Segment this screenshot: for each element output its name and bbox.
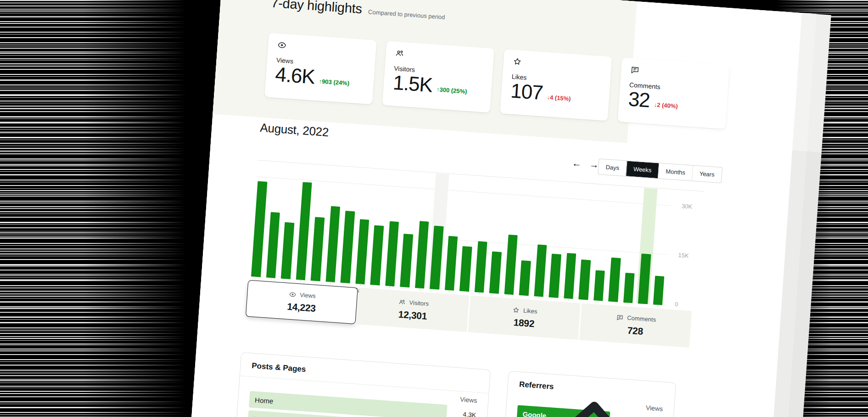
- chart-bar[interactable]: [474, 241, 487, 293]
- highlight-card-value: 1.5K: [392, 73, 433, 96]
- star-icon: [512, 57, 522, 67]
- chart-bar[interactable]: [444, 236, 458, 291]
- posts-pages-title: Posts & Pages: [252, 361, 479, 386]
- summary-tab-visitors[interactable]: Visitors12,301: [357, 287, 469, 332]
- chevron-up-icon: [548, 373, 639, 417]
- range-tab-days[interactable]: Days: [598, 159, 627, 176]
- highlight-card-value: 4.6K: [274, 64, 315, 88]
- summary-tab-value: 12,301: [398, 309, 427, 321]
- highlight-card-likes: Likes107↓4 (15%): [500, 49, 612, 121]
- ytick-30k: 30K: [681, 203, 692, 210]
- ytick-15k: 15K: [678, 252, 689, 259]
- highlight-card-visitors: Visitors1.5K↑300 (25%): [382, 41, 494, 113]
- chart-bar[interactable]: [281, 222, 294, 279]
- summary-tab-label: Comments: [627, 314, 656, 323]
- chart-bar[interactable]: [266, 212, 280, 278]
- x-tick: [330, 282, 330, 284]
- summary-tab-label: Views: [300, 291, 316, 299]
- highlight-card-views: Views4.6K↑903 (24%): [264, 33, 376, 104]
- chart-bar[interactable]: [325, 206, 340, 282]
- people-icon: [395, 49, 404, 58]
- chart-bar[interactable]: [578, 259, 591, 300]
- period-nav: ← →: [571, 158, 599, 169]
- people-icon: [398, 298, 406, 306]
- chart-bar[interactable]: [415, 221, 429, 288]
- list-row-label: Google: [514, 371, 639, 417]
- x-tick: [538, 296, 539, 299]
- x-tick: [449, 290, 449, 292]
- chart-bar[interactable]: [459, 246, 472, 292]
- torn-edge-left: [0, 0, 197, 417]
- summary-tab-comments[interactable]: Comments728: [579, 303, 692, 348]
- next-period-button[interactable]: →: [589, 159, 599, 169]
- ytick-0: 0: [675, 300, 678, 307]
- summary-tab-value: 1892: [513, 317, 535, 329]
- x-tick: [420, 288, 420, 290]
- chart-bar[interactable]: [519, 260, 531, 296]
- x-tick: [360, 284, 360, 286]
- chart-bar[interactable]: [564, 253, 576, 299]
- chart-bar[interactable]: [251, 181, 267, 277]
- list-row-label: Home: [249, 395, 274, 405]
- range-tab-months[interactable]: Months: [658, 163, 693, 180]
- chart-bar[interactable]: [355, 219, 369, 284]
- eye-icon: [289, 290, 297, 298]
- chart-bar[interactable]: [594, 270, 605, 301]
- chart-bar[interactable]: [385, 221, 399, 287]
- summary-tab-label-row: Views: [289, 290, 316, 299]
- x-tick: [479, 292, 479, 294]
- x-tick: [598, 300, 599, 303]
- stage: 7-day highlights Compared to previous pe…: [0, 0, 868, 417]
- summary-tab-label: Likes: [523, 307, 538, 315]
- chart-bar[interactable]: [623, 273, 634, 303]
- highlights-title: 7-day highlights: [271, 0, 363, 17]
- summary-tab-label-row: Comments: [616, 313, 656, 323]
- comment-icon: [616, 313, 624, 321]
- chart-bar[interactable]: [608, 258, 621, 302]
- period-title: August, 2022: [260, 121, 329, 140]
- summary-tab-value: 14,223: [287, 301, 316, 314]
- x-tick: [509, 294, 509, 296]
- chart-bar[interactable]: [296, 182, 312, 280]
- summary-tab-label: Visitors: [409, 299, 429, 307]
- chart-bar[interactable]: [489, 251, 502, 293]
- list-row-views-value: 4.3K: [450, 410, 476, 417]
- chart-bar[interactable]: [311, 217, 325, 281]
- star-icon: [512, 306, 520, 314]
- x-tick: [568, 298, 569, 300]
- summary-tab-label-row: Likes: [512, 306, 538, 315]
- highlight-card-trend: ↓2 (40%): [654, 101, 678, 113]
- range-tab-weeks[interactable]: Weeks: [626, 161, 659, 178]
- summary-tab-value: 728: [627, 325, 644, 337]
- summary-tab-label-row: Visitors: [398, 298, 429, 308]
- highlight-card-value: 107: [510, 80, 543, 103]
- chart-bar[interactable]: [341, 211, 355, 283]
- highlights-subtitle: Compared to previous period: [368, 8, 445, 21]
- highlight-card-comments: Comments32↓2 (40%): [617, 57, 729, 129]
- summary-tab-likes[interactable]: Likes1892: [468, 295, 581, 340]
- summary-tab-views[interactable]: Views14,223: [246, 280, 358, 324]
- gridline-30k: [257, 176, 671, 206]
- chart-bar[interactable]: [549, 254, 561, 298]
- comment-icon: [630, 65, 640, 75]
- highlight-card-value: 32: [627, 89, 650, 111]
- x-tick: [300, 279, 301, 282]
- highlights-header: 7-day highlights Compared to previous pe…: [271, 0, 446, 23]
- chart-bar[interactable]: [653, 276, 664, 305]
- highlight-card-trend: ↑903 (24%): [319, 78, 350, 90]
- highlight-card-trend: ↑300 (25%): [436, 86, 467, 98]
- stats-page: 7-day highlights Compared to previous pe…: [184, 0, 802, 417]
- x-tick: [390, 286, 390, 288]
- posts-pages-card: Posts & Pages Views Home4.3KFujifilm x10…: [231, 352, 491, 417]
- x-tick: [657, 304, 658, 307]
- highlight-card-trend: ↓4 (15%): [547, 94, 571, 106]
- highlight-cards: Views4.6K↑903 (24%)Visitors1.5K↑300 (25%…: [264, 33, 729, 129]
- prev-period-button[interactable]: ←: [571, 158, 582, 168]
- range-tab-years[interactable]: Years: [692, 165, 722, 182]
- eye-icon: [277, 40, 287, 50]
- x-tick: [270, 277, 271, 280]
- chart-bar[interactable]: [400, 234, 413, 287]
- x-tick: [627, 302, 628, 304]
- referrers-card: Referrers Views Google6.2K: [498, 371, 676, 417]
- chart-bar[interactable]: [534, 244, 547, 297]
